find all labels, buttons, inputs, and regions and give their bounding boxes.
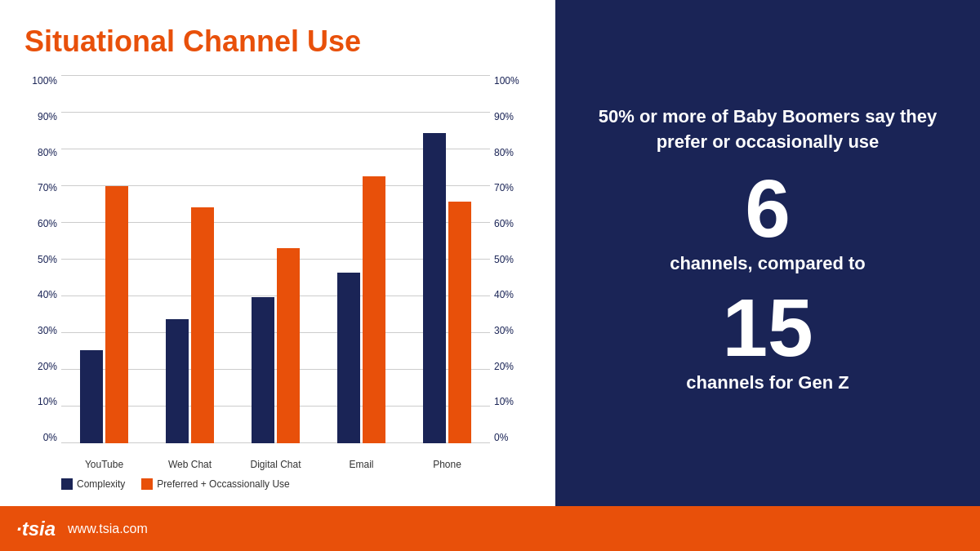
legend: Complexity Preferred + Occassionally Use: [24, 478, 531, 490]
y-label-right: 60%: [494, 218, 514, 229]
legend-preferred-box: [141, 478, 153, 490]
bar-complexity: [166, 319, 189, 443]
y-label: 30%: [38, 325, 57, 336]
tsia-logo: ·tsia: [16, 518, 56, 540]
y-label-right: 40%: [494, 289, 514, 300]
legend-complexity-label: Complexity: [77, 478, 125, 490]
x-label: YouTube: [61, 443, 147, 472]
y-label: 50%: [38, 254, 57, 265]
bar-preferred: [363, 176, 385, 443]
y-label-right: 70%: [494, 182, 514, 193]
bar-complexity: [423, 133, 446, 443]
left-panel: Situational Channel Use 0%10%20%30%40%50…: [0, 0, 555, 506]
right-panel-intro: 50% or more of Baby Boomers say they pre…: [588, 104, 947, 155]
chart-inner: YouTubeWeb ChatDigital ChatEmailPhone: [61, 75, 490, 472]
bar-group: [147, 207, 233, 443]
x-label: Web Chat: [147, 443, 233, 472]
bar-complexity: [80, 350, 103, 443]
y-label: 100%: [32, 75, 57, 87]
bar-preferred: [277, 248, 300, 443]
y-axis-left: 0%10%20%30%40%50%60%70%80%90%100%: [24, 75, 61, 472]
y-label-right: 50%: [494, 254, 514, 265]
bar-group: [61, 186, 147, 443]
bars-row: YouTubeWeb ChatDigital ChatEmailPhone: [61, 75, 490, 472]
bar-preferred: [191, 207, 214, 443]
right-panel-text2: channels for Gen Z: [686, 372, 849, 393]
y-label: 20%: [38, 361, 57, 372]
y-label: 60%: [38, 218, 57, 229]
y-label: 40%: [38, 289, 57, 300]
legend-complexity: Complexity: [61, 478, 125, 490]
y-label-right: 100%: [494, 75, 519, 87]
right-panel: 50% or more of Baby Boomers say they pre…: [555, 0, 980, 506]
bar-complexity: [337, 273, 360, 443]
legend-preferred: Preferred + Occassionally Use: [141, 478, 289, 490]
chart-area: 0%10%20%30%40%50%60%70%80%90%100% YouTub…: [24, 75, 531, 472]
bar-group: [233, 248, 318, 443]
legend-preferred-label: Preferred + Occassionally Use: [157, 478, 289, 490]
bar-group: [318, 176, 404, 443]
y-label-right: 80%: [494, 147, 514, 158]
y-label-right: 20%: [494, 361, 514, 372]
y-label-right: 90%: [494, 111, 514, 122]
y-label: 90%: [38, 111, 57, 122]
y-axis-right: 0%10%20%30%40%50%60%70%80%90%100%: [490, 75, 531, 472]
right-panel-text1: channels, compared to: [670, 253, 866, 274]
x-label: Email: [318, 443, 404, 472]
right-panel-number2: 15: [722, 287, 813, 368]
y-label: 0%: [43, 432, 57, 443]
y-label: 70%: [38, 182, 57, 193]
right-panel-number1: 6: [745, 167, 791, 249]
y-label-right: 10%: [494, 396, 514, 407]
bar-complexity: [252, 297, 274, 443]
y-label: 10%: [38, 396, 57, 407]
bar-preferred: [448, 202, 471, 443]
y-label-right: 0%: [494, 432, 508, 443]
legend-complexity-box: [61, 478, 73, 490]
footer: ·tsia www.tsia.com: [0, 506, 980, 551]
bar-group: [404, 133, 490, 443]
footer-url: www.tsia.com: [68, 522, 148, 536]
y-label: 80%: [38, 147, 57, 158]
x-label: Digital Chat: [233, 443, 318, 472]
y-label-right: 30%: [494, 325, 514, 336]
x-labels: YouTubeWeb ChatDigital ChatEmailPhone: [61, 443, 490, 472]
page-title: Situational Channel Use: [24, 24, 531, 59]
chart-container: 0%10%20%30%40%50%60%70%80%90%100% YouTub…: [24, 75, 531, 490]
x-label: Phone: [404, 443, 490, 472]
bar-preferred: [105, 186, 128, 443]
